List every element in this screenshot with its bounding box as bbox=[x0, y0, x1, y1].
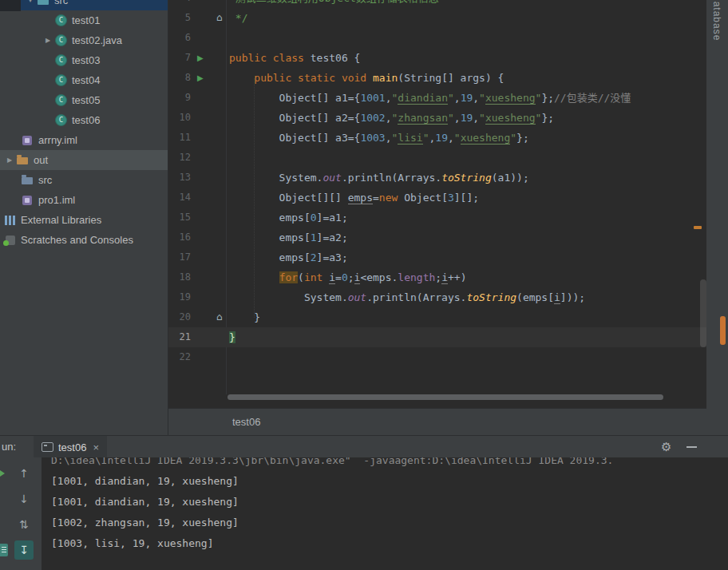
tree-item-test01[interactable]: test01 bbox=[0, 10, 168, 30]
ide-window: ▼srctest01▶test02.javatest03test04test05… bbox=[0, 0, 728, 570]
fold-marker-icon[interactable]: ⌂ bbox=[216, 8, 223, 28]
code-line-12[interactable]: 12 bbox=[168, 148, 706, 168]
project-tree: ▼srctest01▶test02.javatest03test04test05… bbox=[0, 0, 168, 250]
line-number[interactable]: 7 bbox=[168, 48, 191, 68]
code-line-20[interactable]: 20⌂ } bbox=[168, 307, 706, 327]
tree-item-label: src bbox=[54, 0, 68, 6]
soft-wrap-icon[interactable]: ⇅ bbox=[14, 515, 34, 534]
tree-item-test02-java[interactable]: ▶test02.java bbox=[0, 30, 168, 50]
run-panel: un: test06 × ⚙ ↑↓⇅↧ D:\idea\IntelliJ IDE… bbox=[0, 435, 728, 570]
code-text: Object[] a1={1001,"diandian",19,"xueshen… bbox=[229, 88, 631, 108]
scroll-to-end-icon[interactable]: ↧ bbox=[14, 540, 34, 560]
tree-item-label: arrny.iml bbox=[38, 134, 77, 146]
editor[interactable]: 4 测试二维数组利用Object数组存储表格信息5⌂ */67▶public c… bbox=[168, 0, 706, 435]
code-line-14[interactable]: 14 Object[][] emps=new Object[3][]; bbox=[168, 188, 706, 208]
database-tool-button[interactable]: Database bbox=[711, 0, 722, 41]
line-number[interactable]: 4 bbox=[168, 0, 191, 8]
code-line-19[interactable]: 19 System.out.println(Arrays.toString(em… bbox=[168, 287, 706, 307]
tree-item-pro1-iml[interactable]: pro1.iml bbox=[0, 190, 168, 210]
tool-window-edge-icon[interactable] bbox=[0, 544, 8, 556]
line-number[interactable]: 22 bbox=[168, 347, 191, 367]
line-number[interactable]: 15 bbox=[168, 208, 191, 228]
code-line-21[interactable]: 21} bbox=[168, 327, 706, 347]
line-number[interactable]: 16 bbox=[168, 228, 191, 247]
horizontal-scrollbar-thumb[interactable] bbox=[228, 394, 663, 400]
vertical-scrollbar-thumb[interactable] bbox=[700, 279, 706, 347]
console-output[interactable]: D:\idea\IntelliJ IDEA 2019.3.3\jbr\bin\j… bbox=[42, 457, 728, 570]
tree-item-src[interactable]: src bbox=[0, 170, 168, 190]
console-line-3: [1001, diandian, 19, xuesheng] bbox=[51, 492, 728, 513]
run-tab-test06[interactable]: test06 × bbox=[34, 436, 107, 458]
line-number[interactable]: 21 bbox=[168, 327, 191, 347]
up-stack-trace-icon[interactable]: ↑ bbox=[14, 464, 34, 483]
breadcrumb-bar: test06 bbox=[168, 408, 706, 435]
breadcrumb-item[interactable]: test06 bbox=[232, 416, 260, 428]
java-class-icon bbox=[54, 54, 69, 67]
line-number[interactable]: 5 bbox=[168, 8, 191, 28]
code-line-18[interactable]: 18 for(int i=0;i<emps.length;i++) bbox=[168, 267, 706, 287]
gear-icon[interactable]: ⚙ bbox=[661, 440, 671, 454]
tree-item-arrny-iml[interactable]: arrny.iml bbox=[0, 130, 168, 150]
panel-corner bbox=[0, 0, 21, 11]
tree-item-test05[interactable]: test05 bbox=[0, 90, 168, 110]
code-text: */ bbox=[229, 8, 247, 28]
iml-file-icon bbox=[21, 194, 35, 207]
code-line-22[interactable]: 22 bbox=[168, 347, 706, 367]
tree-item-external-libraries[interactable]: External Libraries bbox=[0, 210, 168, 230]
line-number[interactable]: 19 bbox=[168, 287, 191, 307]
tree-item-src[interactable]: ▼src bbox=[0, 0, 168, 10]
tree-item-test03[interactable]: test03 bbox=[0, 50, 168, 70]
chevron-right-icon[interactable]: ▶ bbox=[42, 37, 54, 44]
line-number[interactable]: 18 bbox=[168, 267, 191, 287]
code-line-4[interactable]: 4 测试二维数组利用Object数组存储表格信息 bbox=[168, 0, 706, 8]
code-text: System.out.println(Arrays.toString(a1)); bbox=[229, 168, 529, 188]
line-number[interactable]: 12 bbox=[168, 148, 191, 168]
line-number[interactable]: 13 bbox=[168, 168, 191, 188]
java-class-icon bbox=[54, 114, 69, 127]
code-line-11[interactable]: 11 Object[] a3={1003,"lisi",19,"xuesheng… bbox=[168, 128, 706, 148]
folder-source-icon bbox=[37, 0, 51, 7]
scrollbar-error-mark[interactable] bbox=[720, 316, 726, 345]
rerun-icon[interactable] bbox=[0, 469, 5, 478]
java-class-icon bbox=[54, 34, 69, 47]
code-line-5[interactable]: 5⌂ */ bbox=[168, 8, 706, 28]
code-line-8[interactable]: 8▶ public static void main(String[] args… bbox=[168, 68, 706, 88]
right-tool-stripe: Database bbox=[706, 0, 728, 435]
run-line-icon[interactable]: ▶ bbox=[197, 48, 204, 68]
code-line-13[interactable]: 13 System.out.println(Arrays.toString(a1… bbox=[168, 168, 706, 188]
hide-icon[interactable] bbox=[686, 446, 697, 448]
code-text: for(int i=0;i<emps.length;i++) bbox=[229, 267, 466, 287]
code-line-15[interactable]: 15 emps[0]=a1; bbox=[168, 208, 706, 228]
down-stack-trace-icon[interactable]: ↓ bbox=[14, 489, 34, 509]
chevron-down-icon[interactable]: ▼ bbox=[24, 0, 37, 4]
tree-item-out[interactable]: ▶out bbox=[0, 150, 168, 170]
line-number[interactable]: 9 bbox=[168, 88, 191, 108]
run-line-icon[interactable]: ▶ bbox=[197, 68, 204, 88]
chevron-right-icon[interactable]: ▶ bbox=[3, 156, 16, 164]
line-number[interactable]: 10 bbox=[168, 108, 191, 128]
code-line-17[interactable]: 17 emps[2]=a3; bbox=[168, 247, 706, 267]
libraries-icon bbox=[3, 214, 18, 227]
console-line-1: D:\idea\IntelliJ IDEA 2019.3.3\jbr\bin\j… bbox=[51, 457, 728, 471]
line-number[interactable]: 11 bbox=[168, 128, 191, 148]
line-number[interactable]: 8 bbox=[168, 68, 191, 88]
code-text: } bbox=[229, 327, 235, 347]
tree-item-test06[interactable]: test06 bbox=[0, 110, 168, 130]
code-line-6[interactable]: 6 bbox=[168, 28, 706, 48]
code-line-10[interactable]: 10 Object[] a2={1002,"zhangsan",19,"xues… bbox=[168, 108, 706, 128]
code-line-9[interactable]: 9 Object[] a1={1001,"diandian",19,"xuesh… bbox=[168, 88, 706, 108]
tree-item-label: test03 bbox=[72, 54, 100, 66]
code-line-16[interactable]: 16 emps[1]=a2; bbox=[168, 228, 706, 247]
fold-marker-icon[interactable]: ⌂ bbox=[216, 307, 223, 327]
line-number[interactable]: 17 bbox=[168, 247, 191, 267]
close-icon[interactable]: × bbox=[93, 441, 99, 453]
java-class-icon bbox=[54, 74, 69, 87]
line-number[interactable]: 14 bbox=[168, 188, 191, 208]
tree-item-scratches-and-consoles[interactable]: Scratches and Consoles bbox=[0, 230, 168, 250]
iml-file-icon bbox=[21, 134, 35, 147]
line-number[interactable]: 6 bbox=[168, 28, 191, 48]
code-line-7[interactable]: 7▶public class test06 { bbox=[168, 48, 706, 68]
tree-item-test04[interactable]: test04 bbox=[0, 70, 168, 90]
line-number[interactable]: 20 bbox=[168, 307, 191, 327]
warning-stripe-mark[interactable] bbox=[694, 226, 702, 229]
